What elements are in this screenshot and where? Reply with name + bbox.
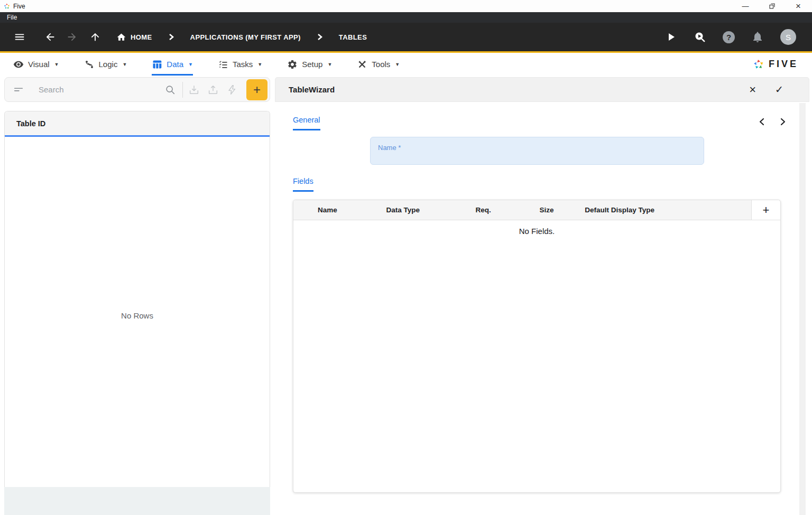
search-input[interactable] <box>25 85 163 94</box>
add-table-button[interactable]: + <box>246 79 267 100</box>
search-icon[interactable] <box>163 83 177 97</box>
chevron-down-icon: ▼ <box>395 62 400 67</box>
hamburger-menu-icon[interactable] <box>13 31 26 43</box>
chevron-down-icon: ▼ <box>54 62 59 67</box>
close-button[interactable]: × <box>793 2 804 11</box>
previous-page-icon[interactable] <box>758 118 766 128</box>
tab-setup[interactable]: Setup ▼ <box>287 53 332 76</box>
forward-arrow-icon <box>66 31 78 43</box>
table-id-column-header[interactable]: Table ID <box>5 111 270 137</box>
fields-table-header: Name Data Type Req. Size Default Display… <box>293 200 780 220</box>
wizard-body: General Name * Fields Name Data Type <box>275 102 809 515</box>
chevron-down-icon: ▼ <box>188 62 193 67</box>
wizard-close-icon[interactable]: × <box>749 83 756 97</box>
fields-table: Name Data Type Req. Size Default Display… <box>293 200 781 493</box>
breadcrumb-home[interactable]: HOME <box>116 32 152 42</box>
module-tab-bar: Visual ▼ Logic ▼ Data ▼ Tasks ▼ Setup ▼ … <box>0 53 812 76</box>
home-icon <box>116 32 126 42</box>
chevron-down-icon: ▼ <box>257 62 262 67</box>
tables-list-card: Table ID No Rows <box>4 111 270 487</box>
tab-general[interactable]: General <box>293 116 320 130</box>
checklist-icon <box>218 59 228 70</box>
eye-icon <box>13 59 24 70</box>
tables-list-panel: + Table ID No Rows <box>4 77 270 487</box>
tab-tasks[interactable]: Tasks ▼ <box>218 53 262 76</box>
table-wizard-panel: TableWizard × ✓ General Name * <box>275 77 809 515</box>
add-field-button[interactable]: + <box>751 200 780 220</box>
header-spacer <box>668 200 751 220</box>
chevron-down-icon: ▼ <box>327 62 332 67</box>
preview-search-icon[interactable] <box>694 31 706 43</box>
help-icon[interactable]: ? <box>723 31 735 43</box>
column-header-data-type: Data Type <box>362 200 445 220</box>
import-download-icon <box>187 83 201 97</box>
breadcrumb: HOME APPLICATIONS (MY FIRST APP) TABLES <box>116 32 367 42</box>
brand-wordmark: FIVE <box>769 59 798 70</box>
user-avatar[interactable]: S <box>780 29 796 45</box>
tab-logic[interactable]: Logic ▼ <box>84 53 127 76</box>
back-arrow-icon[interactable] <box>44 31 57 43</box>
flow-icon <box>84 59 95 70</box>
tab-tools[interactable]: Tools ▼ <box>357 53 400 76</box>
name-field[interactable]: Name * <box>370 137 704 165</box>
five-logo-icon <box>3 3 11 10</box>
menu-bar: File <box>0 12 812 23</box>
column-header-default-display-type: Default Display Type <box>571 200 668 220</box>
vertical-scrollbar[interactable] <box>799 103 806 515</box>
wizard-confirm-icon[interactable]: ✓ <box>775 83 783 96</box>
tab-visual[interactable]: Visual ▼ <box>13 53 59 76</box>
tab-fields[interactable]: Fields <box>293 177 313 192</box>
no-rows-message: No Rows <box>5 311 270 320</box>
gear-icon <box>287 59 298 70</box>
up-arrow-icon[interactable] <box>89 31 102 43</box>
column-header-size: Size <box>522 200 571 220</box>
list-panel-footer <box>4 487 270 515</box>
export-upload-icon <box>206 83 220 97</box>
chevron-right-icon <box>168 34 174 40</box>
menu-file[interactable]: File <box>5 14 19 21</box>
maximize-button[interactable] <box>767 2 777 11</box>
column-header-name: Name <box>293 200 362 220</box>
notifications-bell-icon[interactable] <box>751 31 764 43</box>
chevron-down-icon: ▼ <box>122 62 127 67</box>
five-logo-icon <box>752 58 765 71</box>
run-play-icon[interactable] <box>665 31 677 43</box>
five-brand: FIVE <box>752 58 798 71</box>
wizard-header: TableWizard × ✓ <box>275 77 809 102</box>
list-toolbar: + <box>4 77 270 102</box>
window-title: Five <box>13 3 25 10</box>
breadcrumb-applications[interactable]: APPLICATIONS (MY FIRST APP) <box>190 33 301 41</box>
column-header-req: Req. <box>445 200 522 220</box>
tools-icon <box>357 59 367 70</box>
lightning-bolt-icon <box>225 83 239 97</box>
table-grid-icon <box>152 59 162 70</box>
toolbar-divider <box>182 82 183 98</box>
breadcrumb-tables[interactable]: TABLES <box>339 33 367 41</box>
next-page-icon[interactable] <box>779 118 787 128</box>
navigation-bar: HOME APPLICATIONS (MY FIRST APP) TABLES … <box>0 23 812 53</box>
minimize-button[interactable]: — <box>740 2 751 11</box>
tab-data[interactable]: Data ▼ <box>152 53 193 76</box>
main-content: + Table ID No Rows TableWizard × ✓ Gener… <box>0 76 812 515</box>
no-fields-message: No Fields. <box>293 227 780 236</box>
window-titlebar: Five — × <box>0 0 812 12</box>
chevron-right-icon <box>317 34 323 40</box>
filter-icon[interactable] <box>12 83 25 97</box>
name-field-label: Name * <box>378 144 401 152</box>
wizard-title: TableWizard <box>289 85 335 94</box>
